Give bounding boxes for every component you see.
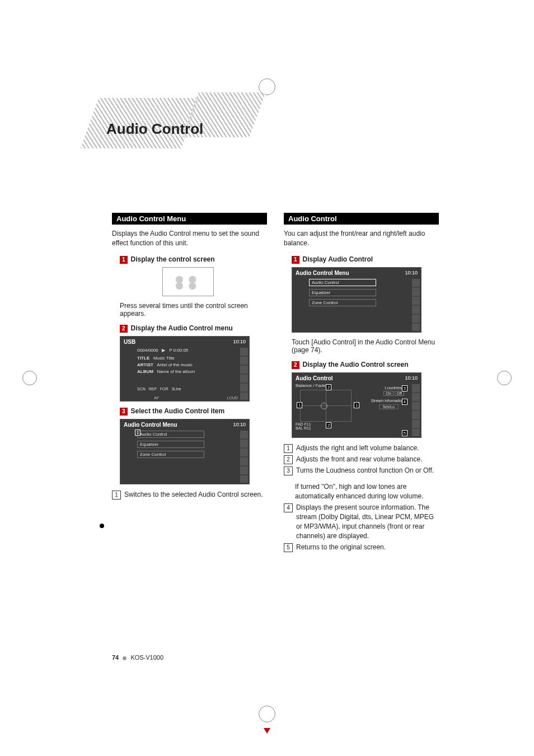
- stream-label: Stream Information: [371, 399, 404, 403]
- intro-text: You can adjust the front/rear and right/…: [284, 229, 439, 249]
- status-text: FAD F11 BAL R11: [296, 422, 311, 430]
- step-2: 2 Display the Audio Control menu: [120, 324, 267, 333]
- step-label: Display the Audio Control screen: [303, 361, 409, 368]
- callout-number: 5: [284, 543, 293, 552]
- callout-item: 3 Turns the Loudness control function On…: [284, 466, 439, 475]
- menu-item: Audio Control: [137, 431, 204, 438]
- field-label: ARTIST: [137, 362, 153, 367]
- screen-time: 10:10: [233, 339, 246, 344]
- callout-marker: 2: [326, 384, 331, 390]
- callout-number: 1: [112, 491, 121, 500]
- soft-button: REP: [149, 387, 157, 391]
- model-name: KOS-V1000: [130, 654, 163, 661]
- subtitle: Balance / Fader: [296, 383, 327, 388]
- callout-text: Switches to the selected Audio Control s…: [124, 490, 267, 500]
- callout-item: 2 Adjusts the front and rear volume bala…: [284, 455, 439, 464]
- screen-title: Audio Control Menu: [124, 422, 177, 428]
- step-2: 2 Display the Audio Control screen: [292, 361, 439, 369]
- callout-marker: 2: [326, 422, 331, 428]
- screen-title: USB: [124, 339, 135, 345]
- step-number: 1: [292, 256, 299, 264]
- step-label: Display the control screen: [131, 255, 215, 263]
- screen-title: Audio Control: [296, 375, 333, 381]
- step-number: 3: [120, 408, 128, 416]
- side-icons: [240, 348, 248, 400]
- menu-item: Audio Control: [309, 279, 376, 286]
- callout-note: If turned "On", high and low tones are a…: [295, 482, 439, 501]
- field-label: ALBUM: [137, 369, 153, 374]
- callout-item: 5 Returns to the original screen.: [284, 543, 439, 552]
- step-1: 1 Display the control screen: [120, 255, 267, 264]
- step-number: 2: [292, 361, 299, 369]
- callout-marker: 1: [297, 402, 302, 408]
- field-value: Artist of the music: [157, 362, 193, 367]
- callout-number: 4: [284, 503, 293, 512]
- step-3: 3 Select the Audio Control item: [120, 407, 267, 416]
- soft-button: 3Line: [171, 387, 181, 391]
- left-column: Audio Control Menu Displays the Audio Co…: [112, 213, 267, 559]
- screen-title: Audio Control Menu: [296, 270, 349, 276]
- step-note: Press several times until the control sc…: [120, 302, 267, 318]
- menu-item: Zone Control: [309, 299, 376, 306]
- usb-screen-illustration: USB 10:10 0004/0006 ▶ P 0:00:05 TITLE Mu…: [120, 336, 250, 402]
- menu-item: Zone Control: [137, 451, 204, 458]
- callout-number: 1: [284, 444, 293, 453]
- stream-value: 5ch/Lo: [379, 404, 399, 409]
- step-note: Touch [Audio Control] in the Audio Contr…: [292, 338, 439, 354]
- step-label: Select the Audio Control item: [131, 407, 225, 415]
- menu-item: Equalizer: [309, 289, 376, 296]
- callout-marker: 5: [402, 430, 407, 436]
- field-value: Name of the album: [157, 369, 195, 374]
- status-text: AF: [154, 396, 159, 400]
- side-icons: [412, 279, 420, 331]
- callout-text: Turns the Loudness control function On o…: [296, 466, 439, 475]
- page-number: 74: [112, 654, 119, 661]
- menu-screen-illustration: Audio Control Menu 10:10 Audio Control E…: [292, 267, 421, 333]
- callout-number: 3: [284, 466, 293, 475]
- track-counter: 0004/0006: [137, 348, 158, 353]
- callout-text: Returns to the original screen.: [296, 543, 439, 552]
- loudness-off: Off: [395, 391, 404, 396]
- callout-item: 1 Switches to the selected Audio Control…: [112, 490, 267, 500]
- footer-bullet: [123, 656, 127, 660]
- status-text: LOUD: [227, 396, 238, 400]
- field-label: TITLE: [137, 356, 149, 361]
- right-column: Audio Control You can adjust the front/r…: [284, 213, 439, 559]
- menu-screen-illustration: Audio Control Menu 10:10 Audio Control 1…: [120, 419, 250, 484]
- soft-button: SCN: [137, 387, 146, 391]
- callout-marker: 4: [402, 399, 407, 405]
- step-label: Display the Audio Control menu: [131, 324, 233, 332]
- button-panel-illustration: [162, 267, 214, 296]
- callout-item: 4 Displays the present source informatio…: [284, 503, 439, 540]
- step-number: 1: [120, 256, 128, 264]
- side-icons: [240, 431, 248, 483]
- subsection-header: Audio Control Menu: [112, 213, 267, 225]
- step-number: 2: [120, 325, 128, 333]
- callout-text: Adjusts the front and rear volume balanc…: [296, 455, 439, 464]
- section-title: Audio Control: [106, 120, 252, 138]
- screen-time: 10:10: [233, 422, 246, 427]
- callout-marker: 3: [402, 385, 407, 391]
- audio-control-screen-illustration: Audio Control 10:10 Balance / Fader FAD …: [292, 372, 421, 438]
- callout-item: 1 Adjusts the right and left volume bala…: [284, 444, 439, 453]
- play-time: P 0:00:05: [169, 348, 188, 353]
- side-icons: [412, 384, 420, 436]
- intro-text: Displays the Audio Control menu to set t…: [112, 229, 267, 249]
- callout-marker: 1: [135, 430, 140, 436]
- callout-text: Adjusts the right and left volume balanc…: [296, 444, 439, 453]
- soft-button: FOR: [160, 387, 168, 391]
- callout-marker: 1: [354, 402, 359, 408]
- loudness-on: On: [383, 391, 393, 396]
- page-footer: 74 KOS-V1000: [112, 654, 163, 661]
- callout-number: 2: [284, 455, 293, 464]
- subsection-header: Audio Control: [284, 213, 439, 225]
- screen-time: 10:10: [405, 270, 418, 276]
- step-1: 1 Display Audio Control: [292, 255, 439, 264]
- screen-time: 10:10: [405, 375, 418, 381]
- callout-text: Displays the present source information.…: [296, 503, 439, 540]
- field-value: Music Title: [153, 356, 175, 361]
- menu-item: Equalizer: [137, 441, 204, 448]
- step-label: Display Audio Control: [303, 255, 373, 263]
- margin-dot: [100, 524, 104, 528]
